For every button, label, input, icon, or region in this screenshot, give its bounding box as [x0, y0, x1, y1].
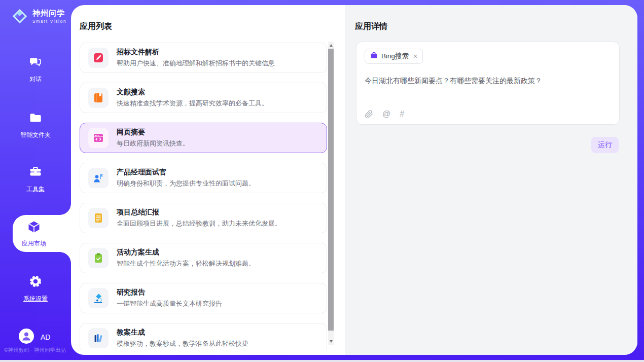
- sidebar-footer: ©神州数码 · 神州问学出品: [4, 347, 71, 354]
- app-root: 神州问学 Smart Vision 对话 智能文件夹: [0, 0, 644, 362]
- app-card-title: 研究报告: [117, 288, 222, 297]
- browser-code-icon: [88, 128, 109, 148]
- brand-logo: 神州问学 Smart Vision: [10, 7, 66, 26]
- app-detail-title: 应用详情: [355, 21, 387, 32]
- app-card-desc: 每日政府新闻资讯快查。: [117, 139, 189, 148]
- user-initials: AD: [41, 333, 50, 341]
- sidebar-item-label: 应用市场: [22, 239, 46, 248]
- prompt-card: Bing搜索 × 今日湖北有哪些新闻要点？有哪些需要关注的最新政策？ @ #: [356, 42, 620, 125]
- brand-tagline: Smart Vision: [32, 19, 66, 24]
- interviewer-icon: [88, 168, 109, 188]
- edit-document-icon: [88, 48, 109, 68]
- app-list-title: 应用列表: [80, 21, 112, 32]
- sidebar-item-smart-folder[interactable]: 智能文件夹: [0, 111, 71, 139]
- mention-icon[interactable]: @: [382, 110, 390, 119]
- avatar: [19, 329, 34, 346]
- chat-icon: [28, 55, 43, 71]
- app-card-desc: 全面回顾项目进展，总结经验教训，助力未来优化发展。: [117, 219, 281, 228]
- composer-toolbar: @ #: [365, 110, 404, 119]
- app-list-scrollbar[interactable]: [328, 42, 334, 345]
- app-card-project-summary[interactable]: 项目总结汇报 全面回顾项目进展，总结经验教训，助力未来优化发展。: [80, 203, 327, 233]
- sidebar-item-toolset[interactable]: 工具集: [0, 165, 71, 194]
- sidebar-item-label: 对话: [29, 75, 42, 84]
- app-detail-panel: 应用详情 Bing搜索 × 今日湖北有哪些新闻要点？有哪些需要关注的最新政策？: [345, 5, 637, 355]
- folder-icon: [28, 111, 43, 127]
- app-card-lesson-plan[interactable]: 教案生成 模板驱动，教案秒成，教学准备从此轻松快捷: [80, 323, 327, 350]
- user-account[interactable]: AD: [19, 329, 50, 346]
- app-card-desc: 帮助用户快速、准确地理解和解析招标书中的关键信息: [117, 59, 275, 68]
- sidebar-item-app-market[interactable]: 应用市场: [13, 215, 71, 252]
- brand-diamond-icon: [10, 7, 29, 26]
- cube-icon: [26, 219, 42, 236]
- app-card-title: 教案生成: [117, 328, 248, 337]
- microscope-icon: [88, 288, 109, 308]
- summary-doc-icon: [88, 208, 109, 228]
- book-icon: [88, 88, 109, 108]
- app-card-tender-analysis[interactable]: 招标文件解析 帮助用户快速、准确地理解和解析招标书中的关键信息: [80, 43, 327, 73]
- app-card-title: 招标文件解析: [117, 48, 275, 57]
- app-card-pm-interviewer[interactable]: 产品经理面试官 明确身份和职责，为您提供专业性的面试问题。: [80, 163, 327, 193]
- app-card-title: 文献搜索: [117, 88, 268, 97]
- books-icon: [88, 328, 109, 348]
- sidebar: 神州问学 Smart Vision 对话 智能文件夹: [0, 0, 71, 360]
- app-card-title: 活动方案生成: [117, 248, 255, 257]
- toolbox-icon: [28, 165, 43, 181]
- brand-name: 神州问学: [32, 9, 66, 18]
- app-card-web-summary[interactable]: 网页摘要 每日政府新闻资讯快查。: [80, 123, 327, 153]
- scrollbar-up-arrow[interactable]: [328, 42, 334, 49]
- app-list: 招标文件解析 帮助用户快速、准确地理解和解析招标书中的关键信息 文献搜索 快速精…: [80, 43, 328, 350]
- sidebar-item-settings[interactable]: 系统设置: [0, 274, 71, 303]
- clipboard-check-icon: [88, 248, 109, 268]
- scrollbar-down-arrow[interactable]: [328, 338, 334, 345]
- window-bottom-edge: [0, 360, 644, 362]
- app-card-desc: 一键智能生成高质量长文本研究报告: [117, 299, 222, 308]
- app-card-desc: 智能生成个性化活动方案，轻松解决规划难题。: [117, 259, 255, 268]
- gear-icon: [28, 274, 43, 291]
- hash-icon[interactable]: #: [400, 110, 404, 119]
- app-card-desc: 快速精准查找学术资源，提高研究效率的必备工具。: [117, 99, 268, 108]
- app-card-desc: 模板驱动，教案秒成，教学准备从此轻松快捷: [117, 339, 248, 348]
- main-panel: 应用列表 招标文件解析 帮助用户快速、准确地理解和解析招标书中的关键信息: [71, 5, 637, 355]
- app-card-desc: 明确身份和职责，为您提供专业性的面试问题。: [117, 179, 255, 188]
- chip-close-icon[interactable]: ×: [413, 53, 417, 60]
- app-card-title: 产品经理面试官: [117, 168, 255, 177]
- sidebar-item-chat[interactable]: 对话: [0, 55, 71, 84]
- attachment-icon[interactable]: [365, 110, 373, 119]
- run-button[interactable]: 运行: [591, 137, 619, 153]
- tool-chip-bing-search[interactable]: Bing搜索 ×: [365, 49, 423, 64]
- app-card-research-report[interactable]: 研究报告 一键智能生成高质量长文本研究报告: [80, 283, 327, 313]
- scrollbar-thumb[interactable]: [328, 49, 334, 331]
- app-card-title: 项目总结汇报: [117, 208, 281, 217]
- sidebar-item-label: 工具集: [26, 185, 45, 194]
- app-card-event-plan[interactable]: 活动方案生成 智能生成个性化活动方案，轻松解决规划难题。: [80, 243, 327, 273]
- app-card-literature-search[interactable]: 文献搜索 快速精准查找学术资源，提高研究效率的必备工具。: [80, 83, 327, 113]
- sidebar-item-label: 智能文件夹: [20, 131, 51, 139]
- tool-chip-label: Bing搜索: [381, 52, 409, 61]
- app-card-title: 网页摘要: [117, 128, 189, 137]
- briefcase-icon: [370, 52, 378, 61]
- sidebar-item-label: 系统设置: [23, 295, 48, 303]
- prompt-text[interactable]: 今日湖北有哪些新闻要点？有哪些需要关注的最新政策？: [365, 77, 608, 86]
